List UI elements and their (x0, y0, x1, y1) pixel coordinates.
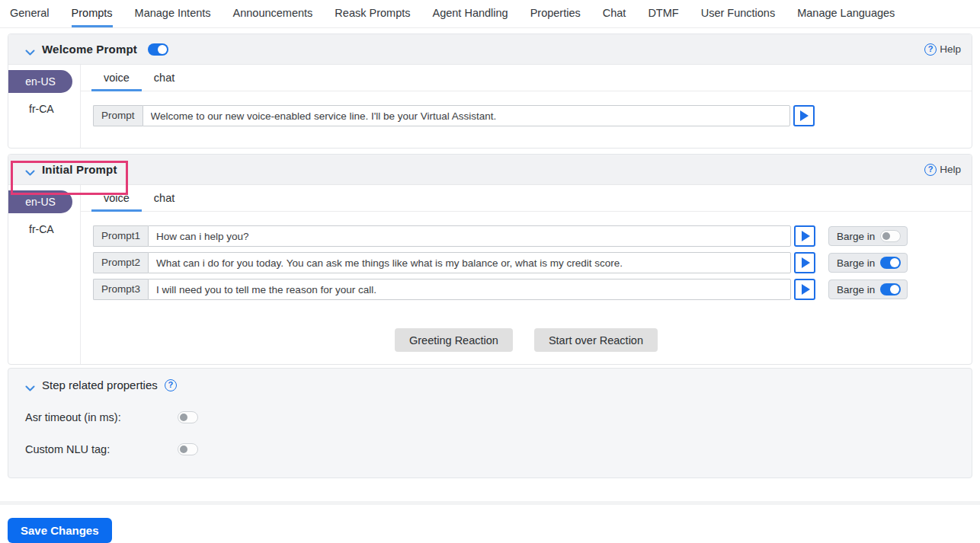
initial-prompt-title: Initial Prompt (42, 163, 117, 176)
welcome-prompt-title: Welcome Prompt (42, 43, 137, 56)
barge-in-chip[interactable]: Barge in (828, 253, 908, 273)
initial-prompt-area: Prompt1 Barge in Prompt2 (81, 212, 972, 321)
help-icon: ? (924, 43, 937, 56)
custom-nlu-tag-field: Custom NLU tag: (25, 443, 959, 455)
barge-in-label: Barge in (837, 284, 875, 295)
prompt-label: Prompt1 (93, 225, 148, 247)
chevron-down-icon[interactable] (25, 166, 35, 173)
welcome-content: voice chat Prompt (81, 65, 972, 148)
prompt3-input[interactable] (148, 279, 791, 300)
nav-tab-manage-intents[interactable]: Manage Intents (135, 7, 211, 27)
help-label: Help (940, 164, 961, 175)
welcome-prompt-area: Prompt (81, 91, 972, 148)
initial-language-column: en-US fr-CA (8, 185, 81, 364)
help-icon: ? (924, 164, 937, 176)
prompt-row: Prompt (93, 105, 972, 126)
initial-content: voice chat Prompt1 Barge in Prompt2 (81, 185, 972, 364)
nav-tab-manage-languages[interactable]: Manage Languages (797, 7, 895, 27)
prompt-row: Prompt3 Barge in (93, 279, 972, 300)
chevron-down-icon[interactable] (25, 382, 35, 388)
asr-timeout-field: Asr timeout (in ms): (25, 411, 959, 423)
nav-tab-reask-prompts[interactable]: Reask Prompts (335, 7, 410, 27)
nav-tab-agent-handling[interactable]: Agent Handling (432, 7, 508, 27)
step-properties-header: Step related properties ? (25, 379, 959, 391)
tab-voice[interactable]: voice (91, 65, 142, 91)
play-button[interactable] (794, 225, 815, 247)
prompt-row: Prompt2 Barge in (93, 252, 972, 273)
language-tab-fr-ca[interactable]: fr-CA (8, 213, 80, 244)
barge-in-toggle[interactable] (880, 257, 901, 269)
nav-tab-properties[interactable]: Properties (530, 7, 581, 27)
nav-tab-general[interactable]: General (10, 7, 50, 27)
welcome-prompt-section: Welcome Prompt ? Help en-US fr-CA voice … (8, 34, 972, 149)
play-icon (802, 231, 810, 241)
reaction-buttons-row: Greeting Reaction Start over Reaction (81, 321, 972, 364)
language-tab-fr-ca[interactable]: fr-CA (8, 93, 80, 124)
tab-chat[interactable]: chat (142, 65, 187, 91)
play-icon (802, 257, 810, 268)
help-icon[interactable]: ? (165, 379, 177, 391)
prompt-label: Prompt3 (93, 279, 148, 300)
prompt2-input[interactable] (148, 252, 791, 273)
nav-tab-announcements[interactable]: Announcements (233, 7, 313, 27)
initial-prompt-body: en-US fr-CA voice chat Prompt1 Barge in (8, 185, 972, 364)
language-tab-en-us[interactable]: en-US (8, 70, 72, 93)
prompt-row: Prompt1 Barge in (93, 225, 972, 247)
prompt-label: Prompt (93, 105, 143, 126)
tab-chat[interactable]: chat (142, 185, 187, 212)
play-button[interactable] (793, 105, 815, 126)
barge-in-toggle[interactable] (880, 283, 901, 295)
welcome-language-column: en-US fr-CA (8, 65, 81, 148)
barge-in-chip[interactable]: Barge in (828, 226, 908, 246)
nav-tab-dtmf[interactable]: DTMF (648, 7, 678, 27)
welcome-help-link[interactable]: ? Help (924, 43, 961, 56)
asr-timeout-label: Asr timeout (in ms): (25, 411, 178, 423)
top-nav: General Prompts Manage Intents Announcem… (0, 0, 980, 28)
chevron-down-icon[interactable] (25, 46, 35, 53)
barge-in-label: Barge in (837, 257, 875, 269)
prompt-label: Prompt2 (93, 252, 148, 273)
start-over-reaction-button[interactable]: Start over Reaction (534, 328, 658, 352)
greeting-reaction-button[interactable]: Greeting Reaction (395, 328, 513, 352)
language-tab-en-us[interactable]: en-US (8, 190, 72, 213)
play-icon (800, 110, 809, 121)
play-button[interactable] (794, 279, 815, 300)
play-icon (802, 284, 810, 295)
help-label: Help (940, 43, 961, 55)
initial-prompt-header: Initial Prompt ? Help (8, 155, 972, 185)
nav-tab-user-functions[interactable]: User Functions (701, 7, 776, 27)
welcome-prompt-header: Welcome Prompt ? Help (8, 34, 972, 65)
barge-in-chip[interactable]: Barge in (828, 279, 908, 299)
welcome-prompt-input[interactable] (143, 105, 790, 126)
barge-in-toggle[interactable] (880, 230, 901, 242)
nav-tab-prompts[interactable]: Prompts (72, 7, 113, 27)
prompt1-input[interactable] (148, 225, 791, 247)
nav-tab-chat[interactable]: Chat (603, 7, 626, 27)
welcome-prompt-enabled-toggle[interactable] (148, 43, 168, 56)
save-changes-button[interactable]: Save Changes (8, 518, 112, 543)
footer-divider (0, 501, 980, 505)
step-properties-section: Step related properties ? Asr timeout (i… (8, 368, 972, 478)
welcome-channel-tabs: voice chat (81, 65, 972, 91)
welcome-prompt-body: en-US fr-CA voice chat Prompt (8, 65, 972, 148)
custom-nlu-tag-toggle[interactable] (178, 443, 198, 455)
barge-in-label: Barge in (837, 231, 875, 242)
initial-channel-tabs: voice chat (81, 185, 972, 212)
step-properties-title: Step related properties (42, 379, 158, 391)
initial-help-link[interactable]: ? Help (924, 164, 961, 176)
tab-voice[interactable]: voice (91, 185, 142, 212)
play-button[interactable] (794, 252, 815, 273)
asr-timeout-toggle[interactable] (178, 411, 198, 423)
initial-prompt-section: Initial Prompt ? Help en-US fr-CA voice … (8, 154, 972, 365)
custom-nlu-tag-label: Custom NLU tag: (25, 443, 178, 455)
